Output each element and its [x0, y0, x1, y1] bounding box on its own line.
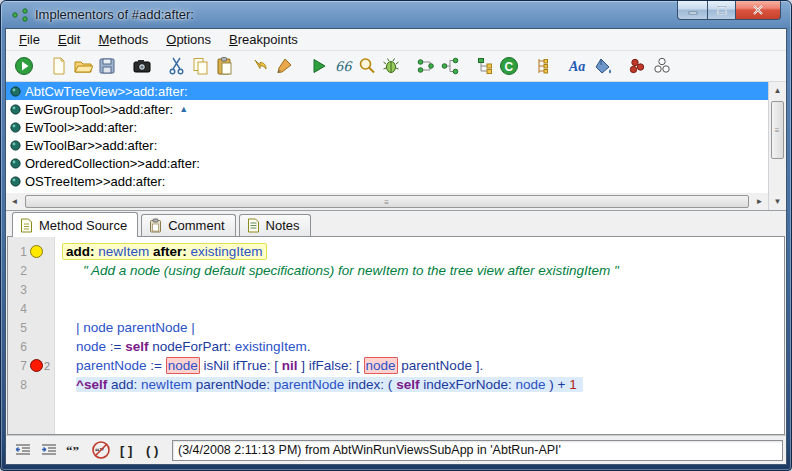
title-bar[interactable]: Implementors of #add:after:	[5, 1, 787, 28]
override-triangle-icon: ▲	[179, 104, 188, 114]
tab-label: Comment	[168, 218, 224, 233]
fill-color-icon[interactable]	[591, 54, 615, 78]
list-item[interactable]: OSTreeItem>>add:after:	[6, 172, 768, 190]
graph-nodes-icon[interactable]	[414, 54, 438, 78]
list-item[interactable]: EwTool>>add:after:	[6, 118, 768, 136]
scroll-left-icon[interactable]: ◄	[6, 193, 23, 210]
horizontal-scroll-thumb[interactable]: ≡	[25, 195, 749, 208]
open-folder-icon[interactable]	[71, 54, 95, 78]
list-item[interactable]: EwToolBar>>add:after:	[6, 136, 768, 154]
method-sphere-icon	[10, 86, 21, 97]
code-area[interactable]: add: newItem after: existingItem " Add a…	[55, 237, 784, 434]
list-item[interactable]: EwGroupTool>>add:after: ▲	[6, 100, 768, 118]
camera-icon[interactable]	[130, 54, 154, 78]
tab-comment[interactable]: Comment	[141, 214, 235, 236]
menu-breakpoints[interactable]: Breakpoints	[220, 30, 307, 49]
minimize-button[interactable]	[677, 1, 707, 20]
remove-quotes-icon[interactable]: “”	[89, 439, 113, 461]
code-token: self	[125, 339, 148, 354]
list-item-label: OSTreeItem>>add:after:	[25, 174, 165, 189]
tab-notes[interactable]: Notes	[239, 214, 311, 236]
code-line[interactable]: | node parentNode |	[55, 318, 784, 337]
close-button[interactable]	[735, 1, 781, 20]
tab-label: Notes	[266, 218, 300, 233]
line-number: 7	[8, 359, 27, 373]
line-number: 5	[8, 321, 27, 335]
code-line[interactable]	[55, 280, 784, 299]
brackets-icon[interactable]: [ ]	[115, 439, 139, 461]
method-sphere-icon	[10, 104, 21, 115]
tab-method-source[interactable]: Method Source	[12, 212, 138, 237]
vertical-scroll-thumb[interactable]: ≡	[771, 101, 784, 159]
code-line[interactable]: ^self add: newItem parentNode: parentNod…	[55, 375, 784, 394]
flagged-token: node	[166, 357, 200, 374]
run-icon[interactable]	[12, 54, 36, 78]
outdent-icon[interactable]	[11, 439, 35, 461]
code-token: newItem	[95, 244, 154, 259]
tab-bar: Method Source Comment Notes	[6, 211, 786, 236]
code-token: index: (	[344, 377, 396, 392]
undo-icon[interactable]	[248, 54, 272, 78]
horizontal-scrollbar[interactable]: ◄ ≡ ►	[6, 193, 768, 210]
parentheses-icon[interactable]: ( )	[141, 439, 165, 461]
save-icon[interactable]	[95, 54, 119, 78]
add-quotes-icon[interactable]: “”	[63, 439, 87, 461]
list-item-label: EwGroupTool>>add:after:	[25, 102, 173, 117]
search-icon[interactable]	[355, 54, 379, 78]
code-token: | node parentNode |	[76, 320, 195, 335]
menu-edit[interactable]: Edit	[49, 30, 89, 49]
app-window: Implementors of #add:after: File Edit Me…	[0, 0, 792, 471]
scroll-right-icon[interactable]: ►	[751, 193, 768, 210]
graph-branch-icon[interactable]	[438, 54, 462, 78]
category-icon[interactable]: C	[497, 54, 521, 78]
notes-icon	[247, 218, 261, 233]
execute-icon[interactable]	[307, 54, 331, 78]
menu-options[interactable]: Options	[157, 30, 220, 49]
code-line[interactable]: add: newItem after: existingItem	[55, 242, 784, 261]
status-text-field[interactable]: (3/4/2008 2:11:13 PM) from AbtWinRunView…	[172, 440, 783, 461]
code-token: parentNode	[76, 358, 147, 373]
method-sphere-icon	[10, 122, 21, 133]
instances-red-icon[interactable]	[626, 54, 650, 78]
scroll-up-icon[interactable]: ▲	[769, 82, 786, 99]
copy-icon[interactable]	[189, 54, 213, 78]
maximize-button[interactable]	[707, 1, 735, 20]
code-line[interactable]	[55, 299, 784, 318]
list-item[interactable]: OrderedCollection>>add:after:	[6, 154, 768, 172]
breakpoint-marker[interactable]	[27, 245, 53, 258]
vertical-scrollbar[interactable]: ▲ ≡ ▼	[769, 82, 786, 210]
code-token: parentNode:	[192, 377, 274, 392]
code-line[interactable]: node := self nodeForPart: existingItem.	[55, 337, 784, 356]
cut-icon[interactable]	[165, 54, 189, 78]
list-item[interactable]: AbtCwTreeView>>add:after:	[6, 82, 768, 100]
list-item-label: EwTool>>add:after:	[25, 120, 137, 135]
paste-icon[interactable]	[213, 54, 237, 78]
breakpoint-marker[interactable]: 2	[27, 359, 53, 372]
tree-view-icon[interactable]	[473, 54, 497, 78]
yellow-breakpoint-icon[interactable]	[30, 245, 43, 258]
outline-list-icon[interactable]	[532, 54, 556, 78]
menu-file[interactable]: File	[10, 30, 49, 49]
code-token: existingItem	[235, 339, 307, 354]
red-breakpoint-icon[interactable]	[30, 359, 43, 372]
window-controls	[677, 1, 781, 20]
pen-icon[interactable]	[272, 54, 296, 78]
line-number: 8	[8, 378, 27, 392]
code-line[interactable]: parentNode := node isNil ifTrue: [ nil ]…	[55, 356, 784, 375]
list-item-label: AbtCwTreeView>>add:after:	[25, 84, 188, 99]
svg-text:“”: “”	[66, 443, 79, 458]
debug-icon[interactable]	[379, 54, 403, 78]
font-icon[interactable]: Aa	[567, 54, 591, 78]
svg-text:[ ]: [ ]	[120, 443, 132, 458]
breakpoint-count: 2	[44, 360, 50, 372]
svg-text:( ): ( )	[146, 443, 158, 458]
method-source-editor[interactable]: 1 2 3 4 5 6 72 8 add: newItem after: exi…	[7, 236, 785, 435]
new-document-icon[interactable]	[47, 54, 71, 78]
instances-outline-icon[interactable]	[650, 54, 674, 78]
indent-icon[interactable]	[37, 439, 61, 461]
scroll-down-icon[interactable]: ▼	[769, 193, 786, 210]
browse-senders-icon[interactable]: 66	[331, 54, 355, 78]
app-icon	[11, 7, 29, 23]
code-line[interactable]: " Add a node (using default specificatio…	[55, 261, 784, 280]
menu-methods[interactable]: Methods	[89, 30, 157, 49]
